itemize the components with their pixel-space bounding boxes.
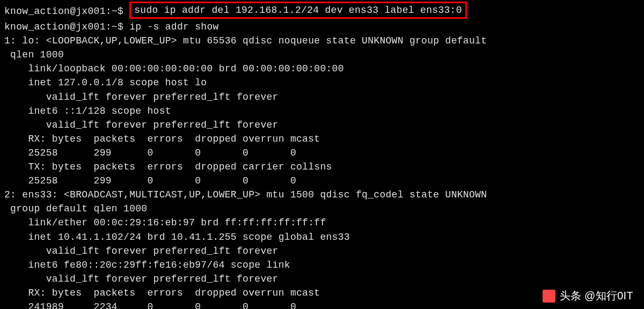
terminal-output-line: inet 10.41.1.102/24 brd 10.41.1.255 scop…	[4, 230, 640, 244]
terminal-output-line: inet6 fe80::20c:29ff:fe16:eb97/64 scope …	[4, 258, 640, 272]
terminal-output-line: valid_lft forever preferred_lft forever	[4, 118, 640, 132]
watermark-icon	[543, 290, 555, 303]
terminal-output-line: link/loopback 00:00:00:00:00:00 brd 00:0…	[4, 62, 640, 76]
prompt-host: jx001	[76, 6, 106, 17]
terminal-output-line: valid_lft forever preferred_lft forever	[4, 272, 640, 286]
watermark-text: 头条 @知行0IT	[560, 288, 633, 304]
terminal-output-line: 1: lo: <LOOPBACK,UP,LOWER_UP> mtu 65536 …	[4, 34, 640, 48]
terminal-output-line: 2: ens33: <BROADCAST,MULTICAST,UP,LOWER_…	[4, 188, 640, 202]
terminal-output-line: link/ether 00:0c:29:16:eb:97 brd ff:ff:f…	[4, 216, 640, 230]
terminal-output-line: inet 127.0.0.1/8 scope host lo	[4, 76, 640, 90]
terminal-line-cmd2: know_action@jx001:~$ ip -s addr show	[4, 20, 640, 34]
terminal-output-line: valid_lft forever preferred_lft forever	[4, 244, 640, 258]
terminal-output-line: group default qlen 1000	[4, 202, 640, 216]
terminal-output-line: 25258 299 0 0 0 0	[4, 146, 640, 160]
prompt-symbol: $	[118, 6, 123, 17]
watermark: 头条 @知行0IT	[543, 288, 633, 304]
highlighted-command: sudo ip addr del 192.168.1.2/24 dev ens3…	[129, 2, 467, 19]
terminal-output-line: qlen 1000	[4, 48, 640, 62]
terminal-output-line: TX: bytes packets errors dropped carrier…	[4, 160, 640, 174]
terminal-output-line: valid_lft forever preferred_lft forever	[4, 90, 640, 104]
prompt-user: know_action	[4, 6, 70, 17]
terminal-output-line: 25258 299 0 0 0 0	[4, 174, 640, 188]
terminal-line-cmd1: know_action@jx001:~$ sudo ip addr del 19…	[4, 3, 640, 20]
terminal-output-line: inet6 ::1/128 scope host	[4, 104, 640, 118]
terminal-output-line: RX: bytes packets errors dropped overrun…	[4, 132, 640, 146]
prompt-path: ~	[112, 6, 118, 17]
